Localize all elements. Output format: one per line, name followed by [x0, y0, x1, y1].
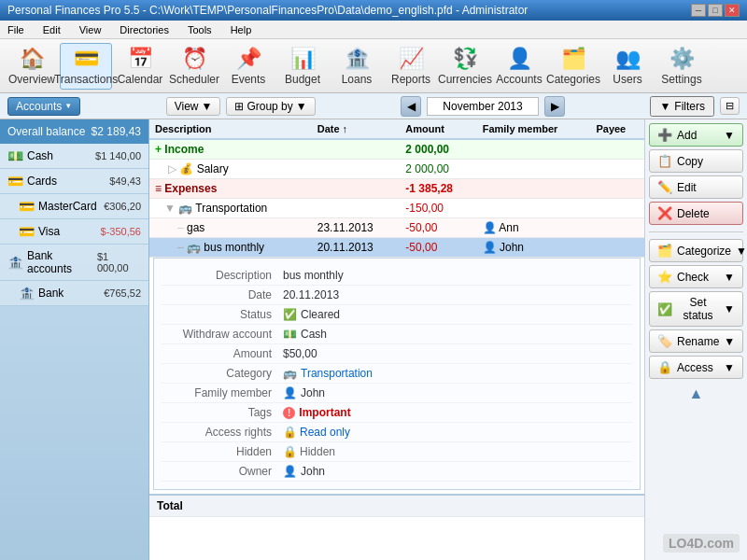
add-icon: ➕ [657, 128, 672, 142]
window-controls: ─ □ ✕ [691, 4, 740, 17]
minimize-button[interactable]: ─ [691, 4, 706, 17]
settings-icon: ⚙️ [669, 47, 695, 71]
tool-calendar[interactable]: 📅 Calendar [114, 43, 166, 90]
close-button[interactable]: ✕ [725, 4, 740, 17]
important-tag-icon: ! [283, 407, 295, 419]
account-item-visa[interactable]: 💳 Visa $-350,56 [0, 219, 148, 245]
scheduler-icon: ⏰ [182, 47, 207, 71]
income-header-row[interactable]: + Income 2 000,00 [149, 139, 644, 160]
tool-transactions[interactable]: 💳 Transactions [60, 43, 112, 90]
loans-icon: 🏦 [345, 47, 370, 71]
amount-label: Amount [162, 347, 283, 360]
menu-tools[interactable]: Tools [184, 22, 216, 37]
tool-events[interactable]: 📌 Events [222, 43, 275, 90]
delete-button[interactable]: ❌ Delete [649, 202, 743, 225]
layout-button[interactable]: ⊟ [720, 97, 740, 115]
add-button[interactable]: ➕ Add ▼ [649, 123, 743, 147]
menu-view[interactable]: View [76, 22, 106, 37]
tool-categories[interactable]: 🗂️ Categories [547, 43, 599, 90]
bank-icon: 🏦 [19, 286, 35, 301]
group-dropdown-icon: ▼ [296, 100, 307, 113]
mastercard-amount: €306,20 [104, 201, 141, 212]
rename-button[interactable]: 🏷️ Rename ▼ [649, 329, 743, 353]
title-bar: Personal Finances Pro 5.5 - C:\Work\TEMP… [0, 0, 747, 21]
check-button[interactable]: ⭐ Check ▼ [649, 265, 743, 288]
cards-icon: 💳 [7, 174, 23, 189]
group-by-button[interactable]: ⊞ Group by ▼ [226, 97, 315, 116]
tool-currencies[interactable]: 💱 Currencies [439, 43, 491, 90]
col-amount[interactable]: Amount [400, 119, 476, 139]
categories-icon: 🗂️ [561, 47, 586, 71]
add-dropdown-icon: ▼ [724, 129, 735, 142]
description-label: Description [162, 269, 283, 282]
detail-date-row: Date 20.11.2013 [162, 286, 632, 305]
account-item-cash[interactable]: 💵 Cash $1 140,00 [0, 144, 148, 169]
expense-header-row[interactable]: ≡ Expenses -1 385,28 [149, 179, 644, 199]
bus-member: 👤 John [477, 238, 591, 258]
account-item-mastercard[interactable]: 💳 MasterCard €306,20 [0, 194, 148, 219]
expense-label: ≡ Expenses [149, 179, 312, 199]
gas-row[interactable]: – gas 23.11.2013 -50,00 👤 Ann [149, 218, 644, 238]
bus-amount: -50,00 [400, 238, 476, 258]
access-button[interactable]: 🔒 Access ▼ [649, 356, 743, 379]
menu-directories[interactable]: Directories [116, 22, 173, 37]
set-status-icon: ✅ [657, 302, 672, 316]
tool-users[interactable]: 👥 Users [601, 43, 654, 90]
copy-button[interactable]: 📋 Copy [649, 149, 743, 173]
mastercard-label: MasterCard [38, 200, 97, 213]
menu-edit[interactable]: Edit [39, 22, 64, 37]
menu-file[interactable]: File [4, 22, 28, 37]
salary-row[interactable]: ▷ 💰 Salary 2 000,00 [149, 160, 644, 179]
transportation-category-row[interactable]: ▼ 🚌 Transportation -150,00 [149, 199, 644, 218]
bank-accounts-label: Bank accounts [27, 249, 97, 275]
account-item-bank-accounts[interactable]: 🏦 Bank accounts $1 000,00 [0, 245, 148, 281]
toolbar: 🏠 Overview 💳 Transactions 📅 Calendar ⏰ S… [0, 39, 747, 93]
budget-icon: 📊 [290, 47, 316, 71]
accounts-dropdown-button[interactable]: Accounts ▼ [7, 97, 80, 116]
tags-label: Tags [162, 406, 283, 419]
cash-detail-icon: 💵 [283, 328, 297, 341]
tool-settings[interactable]: ⚙️ Settings [655, 43, 708, 90]
tool-budget[interactable]: 📊 Budget [276, 43, 329, 90]
transport-detail-icon: 🚌 [283, 367, 297, 380]
sidebar: Overall balance $2 189,43 💵 Cash $1 140,… [0, 119, 149, 560]
bus-monthly-row[interactable]: – 🚌 bus monthly 20.11.2013 -50,00 👤 John [149, 238, 644, 258]
transportation-label: ▼ 🚌 Transportation [149, 199, 312, 218]
cash-amount: $1 140,00 [95, 150, 141, 161]
gas-amount: -50,00 [400, 218, 476, 238]
tool-reports[interactable]: 📈 Reports [385, 43, 437, 90]
col-payee[interactable]: Payee [590, 119, 644, 139]
scroll-up-button[interactable]: ▲ [649, 382, 743, 406]
access-value: 🔒 Read only [283, 426, 350, 439]
col-date[interactable]: Date ↑ [312, 119, 401, 139]
tool-overview[interactable]: 🏠 Overview [6, 43, 58, 90]
tool-loans[interactable]: 🏦 Loans [331, 43, 383, 90]
maximize-button[interactable]: □ [708, 4, 723, 17]
categorize-icon: 🗂️ [657, 244, 672, 258]
set-status-button[interactable]: ✅ Set status ▼ [649, 291, 743, 327]
menu-help[interactable]: Help [227, 22, 256, 37]
tool-scheduler[interactable]: ⏰ Scheduler [168, 43, 220, 90]
categorize-button[interactable]: 🗂️ Categorize ▼ [649, 239, 743, 262]
filters-button[interactable]: ▼ Filters [650, 96, 714, 117]
col-family-member[interactable]: Family member [477, 119, 591, 139]
copy-icon: 📋 [657, 154, 672, 168]
rename-dropdown-icon: ▼ [724, 335, 735, 348]
account-item-cards[interactable]: 💳 Cards $49,43 [0, 169, 148, 194]
check-icon: ⭐ [657, 270, 672, 284]
tool-accounts[interactable]: 👤 Accounts [493, 43, 545, 90]
status-value: ✅ Cleared [283, 308, 340, 321]
filter-icon: ▼ [659, 100, 670, 113]
bus-date: 20.11.2013 [312, 238, 401, 258]
view-dropdown-icon: ▼ [201, 100, 212, 113]
prev-month-button[interactable]: ◀ [401, 96, 421, 117]
users-icon: 👥 [615, 47, 641, 71]
next-month-button[interactable]: ▶ [544, 96, 565, 117]
col-description[interactable]: Description [149, 119, 312, 139]
edit-button[interactable]: ✏️ Edit [649, 175, 743, 199]
member-value: 👤 John [283, 386, 325, 399]
view-button[interactable]: View ▼ [166, 97, 221, 116]
transaction-table: Description Date ↑ Amount Family member … [149, 119, 644, 560]
account-item-bank[interactable]: 🏦 Bank €765,52 [0, 281, 148, 306]
detail-owner-row: Owner 👤 John [162, 462, 632, 482]
